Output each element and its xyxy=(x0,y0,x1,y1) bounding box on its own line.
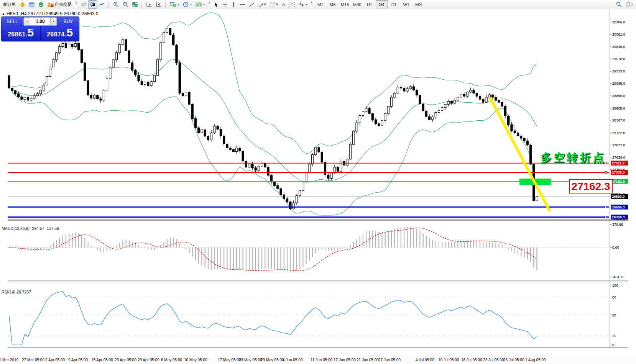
sell-price-frac: 5 xyxy=(27,26,34,39)
price-callout-box[interactable]: 27162.3 xyxy=(569,179,613,193)
svg-text:27162.3: 27162.3 xyxy=(612,180,625,184)
time-axis-label: 9 Apr 05:00 xyxy=(68,358,88,362)
arrows-shapes-icon xyxy=(299,2,304,7)
autotrade-icon xyxy=(48,2,54,7)
svg-text:50: 50 xyxy=(612,313,616,317)
arrows-tool-button[interactable]: ▾ xyxy=(297,0,309,9)
svg-text:26420.0: 26420.0 xyxy=(612,217,625,221)
buy-price-main: 26874 xyxy=(47,31,65,38)
timeframe-button-M30[interactable]: M30 xyxy=(351,0,363,8)
tile-windows-button[interactable] xyxy=(130,0,140,9)
time-axis[interactable]: 21 Mar 201927 Mar 05:002 Apr 05:009 Apr … xyxy=(0,357,636,364)
trendline-tool-button[interactable] xyxy=(247,0,256,9)
svg-text:27521.7: 27521.7 xyxy=(612,161,625,165)
navigator-button[interactable] xyxy=(36,0,46,9)
timeframe-button-W1[interactable]: W1 xyxy=(400,0,412,8)
toolbar-grip xyxy=(76,1,77,8)
auto-scroll-button[interactable] xyxy=(144,0,154,9)
svg-text:27394.0: 27394.0 xyxy=(612,168,625,172)
time-axis-label: 23 Apr 05:00 xyxy=(115,358,136,362)
bar-chart-icon xyxy=(81,2,86,7)
crosshair-tool-button[interactable] xyxy=(220,0,230,9)
trendline-icon xyxy=(249,2,255,7)
svg-text:29333.0: 29333.0 xyxy=(612,69,625,73)
time-axis-label: 11 Jun 05:00 xyxy=(311,358,332,362)
chart-shift-button[interactable] xyxy=(154,0,163,9)
new-order-button[interactable]: 新订单 xyxy=(1,0,18,9)
spinner-down-icon: ▾ xyxy=(26,20,28,23)
bar-chart-button[interactable] xyxy=(79,0,88,9)
autotrade-button[interactable]: 自动交易 xyxy=(46,0,74,9)
svg-text:28367.0: 28367.0 xyxy=(612,118,625,122)
vertical-line-tool-button[interactable] xyxy=(230,0,237,9)
chart-area[interactable]: 27521.727338.327162.326656.326458.326863… xyxy=(0,9,636,364)
buy-price[interactable]: 26874.5 xyxy=(41,26,79,41)
text-tool-button[interactable]: A xyxy=(280,0,287,9)
text-tool-icon: A xyxy=(282,2,285,7)
time-axis-label: 23 May 05:00 xyxy=(239,358,262,362)
volume-decrease-button[interactable]: ▾ xyxy=(24,18,30,25)
fibonacci-tool-button[interactable]: F xyxy=(268,0,280,9)
time-axis-label: 21 Jun 05:00 xyxy=(357,358,379,362)
svg-text:0: 0 xyxy=(612,343,614,347)
search-icon[interactable] xyxy=(616,2,622,7)
charts-window-button[interactable] xyxy=(27,0,36,9)
chat-icon[interactable] xyxy=(626,2,633,7)
main-toolbar: 新订单 自动交易 xyxy=(0,0,636,9)
svg-text:30306.0: 30306.0 xyxy=(612,20,625,24)
timeframe-button-M15[interactable]: M15 xyxy=(339,0,351,8)
svg-text:379.86: 379.86 xyxy=(612,223,623,226)
svg-text:28850.0: 28850.0 xyxy=(612,94,625,98)
time-axis-label: 22 Jul 05:00 xyxy=(483,358,504,362)
toolbar-group-zoom xyxy=(110,0,141,9)
svg-text:29816.0: 29816.0 xyxy=(612,45,625,49)
channel-icon xyxy=(258,2,264,7)
svg-text:26911.0: 26911.0 xyxy=(612,192,625,196)
zoom-out-button[interactable] xyxy=(121,0,130,9)
text-label-tool-button[interactable]: T xyxy=(287,0,297,9)
dropdown-caret-icon: ▾ xyxy=(306,3,307,6)
svg-text:29095.0: 29095.0 xyxy=(612,82,625,85)
symbol-title-text: HK50-,H4 26772.0 26949.5 26760.0 26863.0 xyxy=(7,11,99,16)
cursor-tool-button[interactable] xyxy=(212,0,220,9)
sell-price[interactable]: 26861.5 xyxy=(2,26,40,41)
timeframe-button-H1[interactable]: H1 xyxy=(363,0,376,8)
timeframe-button-MN[interactable]: MN xyxy=(412,0,425,8)
new-chart-icon xyxy=(170,2,176,7)
line-chart-button[interactable] xyxy=(97,0,107,9)
svg-text:-484.75: -484.75 xyxy=(612,275,624,279)
cursor-icon xyxy=(214,2,219,7)
time-axis-label: 27 Mar 05:00 xyxy=(22,358,44,362)
chart-canvas[interactable]: 27521.727338.327162.326656.326458.326863… xyxy=(0,9,636,364)
timeframe-button-M5[interactable]: M5 xyxy=(327,0,339,8)
candlestick-chart-button[interactable] xyxy=(88,0,97,9)
svg-text:100: 100 xyxy=(612,284,618,287)
volume-input[interactable]: 1.00 xyxy=(30,18,50,25)
symbol-marker-icon: ▲ xyxy=(2,12,5,16)
buy-button[interactable]: BUY xyxy=(58,17,79,26)
timeframe-button-D1[interactable]: D1 xyxy=(388,0,400,8)
time-axis-label: 2 Apr 05:00 xyxy=(45,358,65,362)
new-order-label: 新订单 xyxy=(3,2,16,7)
time-axis-label: 10 May 05:00 xyxy=(184,358,207,362)
volume-increase-button[interactable]: ▴ xyxy=(50,18,57,25)
new-chart-button[interactable]: ▾ xyxy=(168,0,181,9)
zoom-in-button[interactable] xyxy=(111,0,121,9)
timeframe-button-M1[interactable]: M1 xyxy=(314,0,327,8)
timeframe-button-H4[interactable]: H4 xyxy=(376,0,388,8)
horizontal-line-tool-button[interactable] xyxy=(237,0,247,9)
crosshair-icon xyxy=(222,2,228,7)
market-watch-button[interactable] xyxy=(18,0,27,9)
chart-annotation-text[interactable]: 多空转折点 xyxy=(541,150,606,166)
toolbar-separator xyxy=(165,1,166,8)
sell-button[interactable]: SELL xyxy=(2,17,23,26)
equidistant-channel-tool-button[interactable]: E xyxy=(256,0,268,9)
time-axis-label: 17 Jun 05:00 xyxy=(334,358,356,362)
trade-panel-top-row: SELL ▾ 1.00 ▴ BUY xyxy=(2,17,79,26)
indicators-button[interactable]: ▾ xyxy=(194,0,207,9)
channel-suffix-label: E xyxy=(264,3,266,6)
navigator-icon xyxy=(38,2,44,7)
candlestick-chart-icon xyxy=(90,2,95,7)
time-axis-label: 15 Apr 05:00 xyxy=(91,358,113,362)
profiles-button[interactable]: ▾ xyxy=(181,0,194,9)
